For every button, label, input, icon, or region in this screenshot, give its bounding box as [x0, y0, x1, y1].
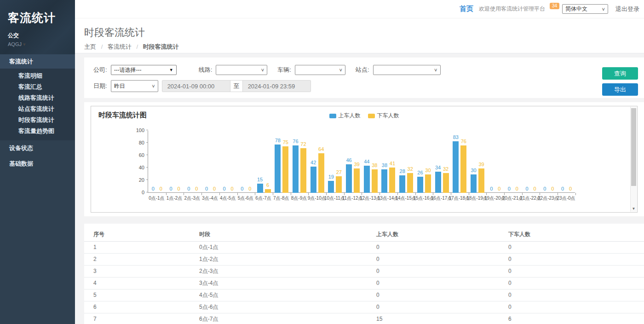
bar-value-label: 44 — [364, 159, 369, 164]
x-axis-label: 4点-5点 — [219, 195, 237, 202]
org-code-dropdown[interactable]: AQGJ ▾ — [8, 41, 75, 47]
notification-badge[interactable]: 34 — [550, 3, 559, 9]
chevron-down-icon: ˅ — [602, 6, 605, 12]
breadcrumb-home[interactable]: 主页 — [84, 43, 96, 50]
bar-value-label: 0 — [241, 186, 243, 191]
bar-value-label: 26 — [417, 170, 423, 175]
legend-item[interactable]: 上车人数 — [329, 112, 361, 120]
sidebar-item[interactable]: 设备状态 — [0, 140, 75, 156]
bar-下车人数: 27 — [336, 176, 342, 193]
y-axis-label: 40 — [127, 165, 144, 170]
home-link[interactable]: 首页 — [460, 5, 473, 13]
station-label: 站点: — [356, 66, 369, 74]
table-cell: 0 — [367, 277, 499, 289]
sidebar-subitem[interactable]: 时段客流统计 — [0, 115, 75, 126]
bar-value-label: 0 — [248, 186, 251, 191]
bar-下车人数: 32 — [407, 173, 413, 193]
bar-value-label: 0 — [195, 186, 198, 191]
bar-value-label: 0 — [534, 186, 536, 191]
bar-value-label: 28 — [400, 168, 405, 174]
export-button[interactable]: 导出 — [602, 83, 638, 96]
bar-value-label: 0 — [508, 186, 511, 191]
table-cell: 4点-5点 — [190, 289, 367, 301]
chart-container: 时段车流统计图 上车人数下车人数 00000000000015678757672… — [91, 106, 638, 213]
date-to-input[interactable]: 2024-01-09 23:59 — [243, 81, 310, 92]
bar-value-label: 32 — [408, 166, 413, 172]
sidebar-subitem[interactable]: 客流量趋势图 — [0, 126, 75, 137]
table-cell: 0 — [367, 289, 499, 301]
language-select[interactable]: 简体中文 ˅ — [562, 4, 608, 14]
bar-value-label: 0 — [205, 186, 208, 191]
sidebar-subitem[interactable]: 客流汇总 — [0, 81, 75, 93]
legend-swatch — [329, 114, 336, 118]
bar-group: 1927 — [326, 131, 344, 193]
scrollbar-thumb[interactable] — [631, 108, 636, 186]
bar-上车人数: 19 — [328, 181, 334, 193]
sidebar-subitem[interactable]: 客流明细 — [0, 70, 75, 81]
legend-item[interactable]: 下车人数 — [368, 112, 399, 120]
main-content: 公司: ---请选择--- ▼ 线路: ˅ 车辆: ˅ 站点: ˅ 日期: — [75, 53, 644, 324]
date-range-separator: 至 — [230, 81, 243, 92]
table-header-row: 序号时段上车人数下车人数 — [84, 228, 644, 241]
bar-value-label: 34 — [435, 165, 441, 170]
logout-link[interactable]: 退出登录 — [615, 5, 639, 13]
line-select[interactable]: ˅ — [216, 65, 267, 75]
table-row: 65点-6点00 — [84, 301, 644, 313]
bar-value-label: 0 — [160, 186, 162, 191]
sidebar-subitem[interactable]: 线路客流统计 — [0, 93, 75, 104]
x-axis-label: 20点-21点 — [504, 195, 522, 202]
vehicle-select[interactable]: ˅ — [295, 65, 345, 75]
table-cell: 6点-7点 — [190, 313, 367, 324]
bar-value-label: 78 — [275, 138, 281, 143]
station-select[interactable]: ˅ — [373, 65, 441, 75]
bar-下车人数: 6 — [265, 189, 271, 193]
y-axis-tick — [146, 155, 148, 155]
bar-上车人数: 28 — [399, 175, 405, 193]
hourly-passenger-table: 序号时段上车人数下车人数 10点-1点0021点-2点0032点-3点0043点… — [84, 228, 644, 324]
bar-value-label: 0 — [561, 186, 564, 191]
line-label: 线路: — [199, 66, 213, 74]
table-cell: 0 — [499, 265, 644, 277]
bar-下车人数: 38 — [372, 169, 378, 193]
table-cell: 0点-1点 — [190, 241, 367, 253]
chart-vertical-scrollbar[interactable]: ▼ — [630, 107, 637, 212]
x-axis-label: 10点-11点 — [326, 195, 344, 202]
bar-value-label: 0 — [152, 186, 155, 191]
bar-value-label: 0 — [569, 186, 572, 191]
bar-group: 00 — [201, 131, 219, 193]
bar-group: 00 — [237, 131, 255, 193]
table-cell: 0 — [367, 301, 499, 313]
sidebar-item[interactable]: 基础数据 — [0, 156, 75, 172]
bar-group: 156 — [255, 131, 273, 193]
query-button[interactable]: 查询 — [602, 67, 638, 80]
breadcrumb-passenger-stats[interactable]: 客流统计 — [108, 43, 132, 50]
chart-legend: 上车人数下车人数 — [329, 112, 399, 120]
bar-下车人数: 39 — [478, 168, 484, 193]
top-navbar: 首页 欢迎使用客流统计管理平台 34 简体中文 ˅ 退出登录 — [75, 0, 644, 18]
table-cell: 0 — [499, 277, 644, 289]
date-preset-select[interactable]: 昨日 ˅ — [111, 80, 158, 92]
sidebar-others: 设备状态基础数据 — [0, 140, 75, 172]
chart-xlabels: 0点-1点1点-2点2点-3点3点-4点4点-5点5点-6点6点-7点7点-8点… — [148, 195, 575, 202]
y-axis-label: 20 — [127, 177, 144, 183]
y-axis-tick — [146, 179, 148, 180]
table-cell: 0 — [499, 289, 644, 301]
bar-group: 7875 — [273, 131, 291, 193]
table-cell: 0 — [499, 241, 644, 253]
sidebar-section-passenger-stats[interactable]: 客流统计 — [0, 54, 75, 69]
bar-group: 00 — [558, 131, 575, 193]
breadcrumb: 主页 / 客流统计 / 时段客流统计 — [84, 43, 644, 51]
company-select[interactable]: ---请选择--- ▼ — [111, 65, 177, 75]
bar-group: 3039 — [469, 131, 487, 193]
filter-buttons: 查询 导出 — [602, 67, 638, 96]
date-from-input[interactable]: 2024-01-09 00:00 — [162, 81, 230, 92]
x-axis-label: 22点-23点 — [539, 195, 557, 202]
chart-panel: 时段车流统计图 上车人数下车人数 00000000000015678757672… — [84, 102, 644, 216]
scrollbar-down-arrow-icon[interactable]: ▼ — [631, 207, 637, 211]
date-range-group: 2024-01-09 00:00 至 2024-01-09 23:59 — [162, 80, 311, 92]
bar-value-label: 42 — [310, 160, 316, 165]
bar-value-label: 41 — [390, 161, 395, 166]
x-axis-label: 16点-17点 — [432, 195, 450, 202]
bar-value-label: 0 — [213, 186, 216, 191]
sidebar-subitem[interactable]: 站点客流统计 — [0, 104, 75, 115]
